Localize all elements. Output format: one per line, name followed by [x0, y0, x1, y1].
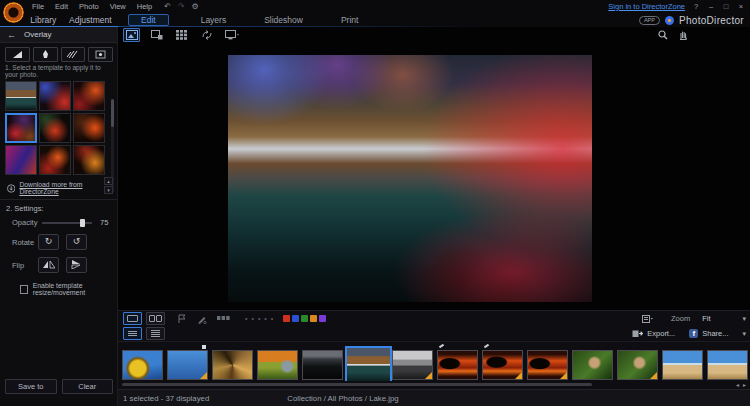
rating-dot-icon[interactable]: •: [245, 315, 247, 322]
filmstrip-view-icon[interactable]: [123, 327, 142, 340]
filmstrip-scrollbar[interactable]: [122, 383, 592, 386]
settings-gear-icon[interactable]: ⚙: [192, 2, 199, 11]
grid-browser-icon[interactable]: [146, 327, 165, 340]
template-thumb[interactable]: [5, 81, 37, 111]
filmstrip-thumb[interactable]: [347, 345, 388, 381]
mirror-mode-icon[interactable]: [198, 28, 215, 42]
filmstrip-thumb[interactable]: [122, 345, 163, 381]
undo-icon[interactable]: ↶: [164, 2, 171, 11]
module-tab[interactable]: Edit: [128, 14, 169, 26]
filmstrip-thumb[interactable]: [257, 345, 298, 381]
module-tab[interactable]: Layers: [195, 14, 233, 26]
flip-horizontal-icon[interactable]: [38, 257, 59, 273]
thumb-image[interactable]: [482, 350, 523, 380]
photo-canvas[interactable]: [228, 55, 592, 302]
redo-icon[interactable]: ↷: [178, 2, 185, 11]
search-zoom-icon[interactable]: [658, 30, 668, 40]
help-button[interactable]: ?: [692, 2, 700, 11]
color-label[interactable]: [310, 315, 317, 322]
back-arrow-icon[interactable]: ←: [7, 30, 16, 40]
filmstrip-thumb[interactable]: [617, 345, 658, 381]
flip-vertical-icon[interactable]: [66, 257, 87, 273]
flag-icon[interactable]: [177, 314, 187, 324]
tag-label-icon[interactable]: [217, 314, 230, 323]
menu-item[interactable]: Help: [137, 2, 152, 11]
thumb-image[interactable]: [662, 350, 703, 380]
sign-in-link[interactable]: Sign in to DirectorZone: [608, 2, 685, 11]
module-tab[interactable]: Print: [335, 14, 364, 26]
single-view-icon[interactable]: [123, 312, 142, 325]
chevron-down-icon[interactable]: ▾: [742, 315, 746, 323]
template-thumb[interactable]: [39, 81, 71, 111]
gradient-overlay-icon[interactable]: [5, 47, 30, 62]
filmstrip-thumb[interactable]: [662, 345, 703, 381]
thumb-image[interactable]: [212, 350, 253, 380]
thumb-image[interactable]: [345, 346, 392, 381]
thumb-image[interactable]: [617, 350, 658, 380]
rating-dot-icon[interactable]: •: [251, 315, 253, 322]
rating-dots[interactable]: •••••: [245, 315, 273, 322]
thumb-image[interactable]: [437, 350, 478, 380]
hand-pan-icon[interactable]: [678, 30, 688, 40]
rating-dot-icon[interactable]: •: [264, 315, 266, 322]
filmstrip-thumb[interactable]: [482, 345, 523, 381]
color-label[interactable]: [283, 315, 290, 322]
module-tab[interactable]: Adjustment: [69, 15, 112, 25]
filmstrip-thumb[interactable]: [212, 345, 253, 381]
thumb-image[interactable]: [257, 350, 298, 380]
slider-thumb[interactable]: [80, 219, 85, 227]
pencil-icon[interactable]: [197, 314, 207, 324]
nav-right-icon[interactable]: ▸: [743, 381, 746, 388]
menu-item[interactable]: Photo: [79, 2, 99, 11]
nav-left-icon[interactable]: ◂: [736, 381, 739, 388]
color-label[interactable]: [319, 315, 326, 322]
module-tab[interactable]: Slideshow: [258, 14, 309, 26]
opacity-slider[interactable]: [42, 219, 92, 227]
thumb-image[interactable]: [392, 350, 433, 380]
color-label[interactable]: [301, 315, 308, 322]
thumb-image[interactable]: [122, 350, 163, 380]
filmstrip-thumb[interactable]: [302, 345, 343, 381]
thumb-image[interactable]: [707, 350, 748, 380]
color-label[interactable]: [292, 315, 299, 322]
thumb-image[interactable]: [167, 350, 208, 380]
template-thumb[interactable]: [73, 145, 105, 175]
thumb-image[interactable]: [302, 350, 343, 380]
lens-flare-icon[interactable]: [88, 47, 113, 62]
photo-viewer-mode-icon[interactable]: [123, 28, 140, 42]
resize-checkbox[interactable]: [20, 285, 28, 294]
rotate-counterclockwise-icon[interactable]: ↺: [66, 234, 87, 250]
filmstrip-thumb[interactable]: [392, 345, 433, 381]
dual-display-icon[interactable]: [223, 28, 240, 42]
template-thumb[interactable]: [5, 145, 37, 175]
template-thumb[interactable]: [5, 113, 37, 143]
template-thumb[interactable]: [73, 81, 105, 111]
viewer-browser-mode-icon[interactable]: [148, 28, 165, 42]
template-thumb[interactable]: [39, 113, 71, 143]
menu-item[interactable]: View: [110, 2, 126, 11]
slider-track[interactable]: [42, 222, 92, 224]
share-dropdown-icon[interactable]: ▾: [742, 330, 746, 338]
module-tab[interactable]: Library: [30, 15, 56, 25]
rotate-clockwise-icon[interactable]: ↻: [38, 234, 59, 250]
rating-dot-icon[interactable]: •: [258, 315, 260, 322]
maximize-button[interactable]: □: [722, 2, 730, 11]
menu-item[interactable]: File: [32, 2, 44, 11]
browser-panel-icon[interactable]: [642, 315, 653, 323]
scrollbar-thumb[interactable]: [111, 99, 114, 127]
filmstrip-thumb[interactable]: [167, 345, 208, 381]
browser-mode-icon[interactable]: [173, 28, 190, 42]
light-leak-icon[interactable]: [33, 47, 58, 62]
grunge-scratch-icon[interactable]: [61, 47, 86, 62]
close-button[interactable]: ×: [737, 2, 745, 11]
zoom-select[interactable]: Fit: [702, 314, 710, 323]
export-button[interactable]: Export...: [632, 329, 675, 338]
filmstrip-thumb[interactable]: [527, 345, 568, 381]
clear-button[interactable]: Clear: [62, 379, 114, 394]
minimize-button[interactable]: –: [707, 2, 715, 11]
scroll-up-icon[interactable]: ▴: [104, 177, 113, 185]
filmstrip-thumb[interactable]: [437, 345, 478, 381]
scroll-down-icon[interactable]: ▾: [104, 186, 113, 194]
filmstrip-thumb[interactable]: [572, 345, 613, 381]
download-more-link[interactable]: Download more from DirectorZone: [19, 181, 117, 195]
